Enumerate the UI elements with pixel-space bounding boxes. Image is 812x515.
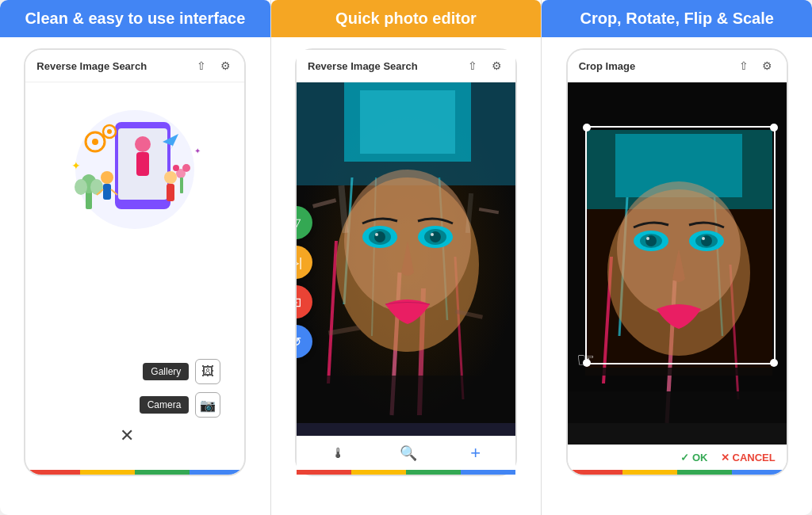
- face-painting-svg: [297, 82, 515, 423]
- svg-point-73: [701, 235, 712, 246]
- phone1-title: Reverse Image Search: [36, 60, 147, 72]
- checkmark-icon: ✓: [680, 452, 689, 464]
- svg-point-69: [645, 235, 657, 246]
- phone3-color-strip: [568, 470, 787, 475]
- svg-rect-75: [585, 368, 772, 376]
- crop-face-painting-svg: [568, 82, 787, 423]
- cancel-button[interactable]: ✕ CANCEL: [721, 452, 776, 464]
- svg-rect-22: [180, 177, 183, 193]
- gallery-label[interactable]: Gallery: [143, 363, 189, 380]
- strip-blue-2: [461, 470, 515, 475]
- camera-icon-box[interactable]: 📷: [195, 392, 220, 418]
- svg-text:✦: ✦: [71, 159, 81, 172]
- share-icon-2[interactable]: ⇧: [465, 58, 481, 74]
- panel2-banner-text: Quick photo editor: [335, 10, 477, 27]
- panel1-banner-text: Clean & easy to use interface: [25, 10, 245, 27]
- search-icon[interactable]: 🔍: [400, 444, 417, 462]
- panel3-banner-text: Crop, Rotate, Flip & Scale: [580, 10, 773, 27]
- svg-point-13: [101, 171, 113, 184]
- x-icon: ✕: [721, 452, 730, 464]
- strip-yellow-3: [622, 470, 677, 475]
- phone2-topbar: Reverse Image Search ⇧ ⚙: [297, 50, 515, 82]
- svg-point-43: [375, 233, 378, 236]
- strip-red-3: [568, 470, 622, 475]
- settings-icon-3[interactable]: ⚙: [760, 58, 776, 74]
- settings-icon[interactable]: ⚙: [217, 58, 233, 74]
- share-icon-3[interactable]: ⇧: [736, 58, 752, 74]
- svg-point-6: [92, 139, 98, 145]
- svg-rect-54: [297, 376, 515, 423]
- svg-point-8: [107, 129, 112, 134]
- phone-3: Crop Image ⇧ ⚙: [566, 48, 788, 476]
- panel3-banner: Crop, Rotate, Flip & Scale: [542, 0, 812, 37]
- crop-image-area: ☞: [568, 82, 787, 444]
- fab-download[interactable]: ▽: [297, 206, 312, 239]
- strip-green-2: [406, 470, 461, 475]
- camera-row: Camera 📷: [140, 392, 221, 418]
- svg-point-21: [173, 165, 179, 171]
- panel1-phone-content: ✦ ✦ Gallery 🖼 Camera 📷 ✕: [25, 82, 244, 470]
- panel1-banner: Clean & easy to use interface: [0, 0, 270, 37]
- svg-point-3: [135, 136, 151, 152]
- panel-1: Clean & easy to use interface Reverse Im…: [0, 0, 271, 515]
- phone2-title: Reverse Image Search: [308, 60, 418, 72]
- svg-text:✦: ✦: [194, 147, 201, 155]
- phone-2: Reverse Image Search ⇧ ⚙: [295, 48, 517, 476]
- buttons-area: Gallery 🖼 Camera 📷 ✕: [33, 359, 236, 454]
- svg-rect-76: [568, 391, 787, 423]
- svg-point-42: [374, 231, 385, 242]
- phone2-toolbar: 🌡 🔍 +: [297, 436, 515, 470]
- phone2-topbar-icons: ⇧ ⚙: [465, 58, 504, 74]
- fab-next[interactable]: ▷|: [297, 246, 312, 279]
- illustration-svg: ✦ ✦: [48, 98, 222, 241]
- gallery-icon-box[interactable]: 🖼: [195, 359, 220, 384]
- strip-red-2: [297, 470, 351, 475]
- panel2-banner: Quick photo editor: [271, 0, 542, 37]
- svg-rect-14: [103, 184, 111, 200]
- ok-button[interactable]: ✓ OK: [680, 452, 708, 464]
- close-button[interactable]: ✕: [120, 425, 134, 446]
- phone3-topbar: Crop Image ⇧ ⚙: [568, 50, 787, 82]
- panel-2: Quick photo editor Reverse Image Search …: [271, 0, 542, 515]
- strip-blue-3: [732, 470, 787, 475]
- phone2-color-strip: [297, 470, 515, 475]
- strip-yellow: [80, 470, 135, 475]
- abstract-painting: ▽ ▷| ⊡ ↺: [297, 82, 515, 436]
- settings-icon-2[interactable]: ⚙: [488, 58, 504, 74]
- phone1-topbar-icons: ⇧ ⚙: [193, 58, 233, 74]
- fab-crop[interactable]: ⊡: [297, 285, 312, 319]
- svg-rect-24: [167, 184, 174, 201]
- svg-point-20: [182, 164, 190, 172]
- cancel-label: CANCEL: [733, 452, 776, 464]
- svg-point-23: [164, 171, 177, 184]
- phone-1: Reverse Image Search ⇧ ⚙: [24, 48, 246, 476]
- thermometer-icon[interactable]: 🌡: [331, 445, 346, 462]
- strip-yellow-2: [351, 470, 406, 475]
- strip-green: [135, 470, 190, 475]
- gallery-row: Gallery 🖼: [143, 359, 220, 384]
- svg-point-47: [431, 233, 434, 236]
- panel-3: Crop, Rotate, Flip & Scale Crop Image ⇧ …: [542, 0, 812, 515]
- fab-column: ▽ ▷| ⊡ ↺: [297, 206, 312, 358]
- phone3-bottom-bar: ✓ OK ✕ CANCEL: [568, 444, 787, 470]
- svg-point-12: [90, 179, 103, 195]
- strip-red: [25, 470, 80, 475]
- camera-label[interactable]: Camera: [140, 396, 190, 414]
- phone3-title: Crop Image: [579, 60, 636, 72]
- phone1-color-strip: [25, 470, 244, 475]
- add-icon[interactable]: +: [470, 443, 481, 464]
- svg-point-70: [646, 237, 649, 240]
- svg-point-46: [430, 231, 441, 242]
- svg-point-11: [75, 179, 87, 195]
- share-icon[interactable]: ⇧: [193, 58, 209, 74]
- phone1-topbar: Reverse Image Search ⇧ ⚙: [25, 50, 244, 82]
- strip-green-3: [677, 470, 732, 475]
- illustration-area: ✦ ✦: [33, 90, 236, 249]
- ok-label: OK: [692, 452, 708, 464]
- fab-rotate[interactable]: ↺: [297, 325, 312, 358]
- phone3-topbar-icons: ⇧ ⚙: [736, 58, 776, 74]
- strip-blue: [190, 470, 244, 475]
- svg-point-74: [702, 237, 705, 240]
- svg-rect-30: [360, 90, 455, 154]
- svg-rect-4: [136, 152, 149, 176]
